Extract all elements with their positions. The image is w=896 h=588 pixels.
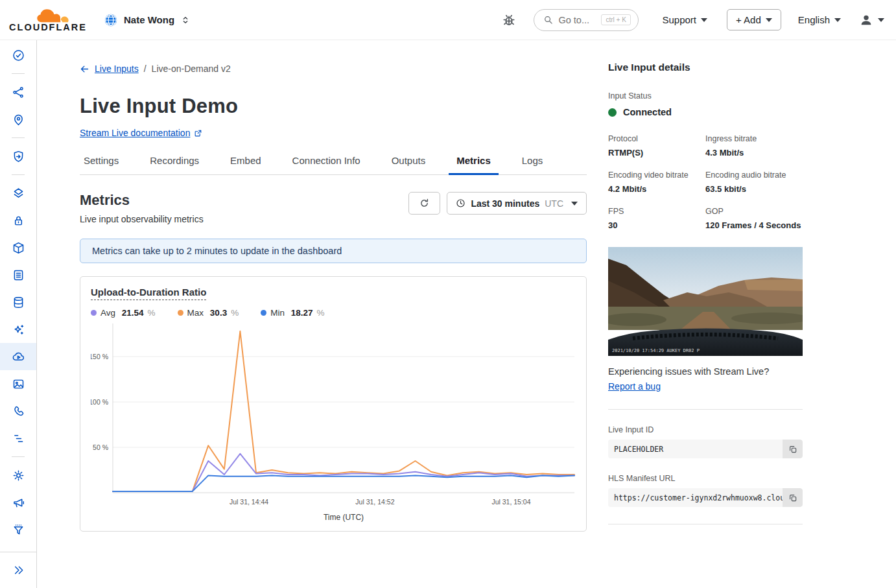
sidebar-item-share-nodes[interactable] [0,78,36,106]
funnel-icon [12,523,25,537]
phone-icon [12,405,25,418]
legend-item-max: Max 30.3% [178,308,239,318]
chevrons-right-icon [12,563,25,577]
info-banner-text: Metrics can take up to 2 minutes to upda… [92,246,342,256]
svg-text:150 %: 150 % [91,353,108,360]
megaphone-icon [12,496,25,510]
time-range-dropdown[interactable]: Last 30 minutes UTC [447,192,587,215]
refresh-icon [419,198,430,209]
sidebar-divider [0,170,36,180]
search-icon [543,15,553,25]
bug-report-icon[interactable] [501,12,517,28]
breadcrumb: Live Inputs / Live-on-Demand v2 [80,64,587,74]
layers-bolt-icon [12,187,25,200]
refresh-button[interactable] [408,192,440,215]
box-icon [12,241,25,255]
panel-divider [608,524,803,524]
copy-hls-url-button[interactable] [783,488,803,507]
legend-item-min: Min 18.27% [261,308,324,318]
copy-live-input-id-button[interactable] [783,440,803,458]
sidebar-rail-items [0,40,36,552]
video-timestamp-overlay: 2021/10/20 17:54:29 AUKEY DR02 P [612,348,700,353]
sidebar-item-gear[interactable] [0,462,36,489]
search-input[interactable] [558,15,596,25]
svg-text:50 %: 50 % [93,443,108,451]
account-switcher[interactable]: Nate Wong [104,13,191,27]
copy-icon [788,493,797,502]
tab-settings[interactable]: Settings [80,155,123,174]
sidebar-item-shield-arrow[interactable] [0,143,36,170]
breadcrumb-separator: / [144,64,147,74]
issues-text: Experiencing issues with Stream Live? [608,366,803,377]
expand-sidebar-button[interactable] [0,552,36,588]
chart-legend: Avg 21.54%Max 30.3%Min 18.27% [91,308,576,318]
tabs: SettingsRecordingsEmbedConnection InfoOu… [80,155,587,175]
upload-duration-chart: 50 %100 %150 %Jul 31, 14:44Jul 31, 14:52… [91,322,576,524]
sidebar-item-megaphone[interactable] [0,489,36,516]
person-icon [859,13,873,27]
sidebar-item-image[interactable] [0,370,36,397]
legend-item-avg: Avg 21.54% [91,308,156,318]
caret-down-icon [878,18,884,22]
shield-arrow-icon [12,150,25,163]
tab-logs[interactable]: Logs [518,155,547,174]
top-bar: CLOUDFLARE Nate Wong ctrl + K Suppo [0,0,896,40]
sidebar-item-layers-bolt[interactable] [0,180,36,207]
sidebar-item-pipeline[interactable] [0,425,36,452]
report-bug-link[interactable]: Report a bug [608,381,661,392]
global-search[interactable]: ctrl + K [534,9,639,31]
status-dot [608,108,617,117]
support-label: Support [662,14,696,25]
stream-docs-link[interactable]: Stream Live documentation [80,128,190,138]
tab-outputs[interactable]: Outputs [388,155,430,174]
breadcrumb-back-link[interactable]: Live Inputs [95,64,139,74]
user-menu[interactable] [859,13,884,27]
account-name: Nate Wong [124,14,174,25]
cloudflare-logo[interactable]: CLOUDFLARE [12,8,84,32]
detail-protocol: ProtocolRTMP(S) [608,134,705,158]
metrics-section-header: Metrics Live input observability metrics… [80,192,587,224]
globe-icon [104,13,118,27]
gear-icon [12,469,25,482]
details-grid: ProtocolRTMP(S)Ingress bitrate4.3 Mbit/s… [608,134,803,230]
svg-text:Time (UTC): Time (UTC) [324,513,364,522]
chart-card: Upload-to-Duration Ratio Avg 21.54%Max 3… [80,276,587,532]
tab-recordings[interactable]: Recordings [146,155,203,174]
live-input-details-panel: Live Input details Input Status Connecte… [608,40,803,524]
detail-encoding-audio-bitrate: Encoding audio bitrate63.5 kbit/s [705,171,803,194]
cloud-play-icon [12,350,25,364]
status-badge: Connected [623,107,672,117]
sidebar-item-clock-check[interactable] [0,41,36,69]
svg-text:Jul 31, 15:04: Jul 31, 15:04 [491,498,530,506]
detail-fps: FPS30 [608,207,705,230]
timezone-label: UTC [545,198,563,209]
tab-connection-info[interactable]: Connection Info [289,155,364,174]
sidebar-item-box[interactable] [0,234,36,261]
breadcrumb-current: Live-on-Demand v2 [152,64,231,74]
sidebar-item-map-pin[interactable] [0,106,36,133]
support-menu[interactable]: Support [662,14,707,25]
cloudflare-wordmark: CLOUDFLARE [9,22,87,32]
detail-encoding-video-bitrate: Encoding video bitrate4.2 Mbit/s [608,171,705,194]
sidebar-item-phone[interactable] [0,397,36,425]
copy-icon [788,445,797,454]
sidebar-item-db-list[interactable] [0,261,36,288]
sidebar-rail [0,40,37,588]
live-video-preview: 2021/10/20 17:54:29 AUKEY DR02 P [608,247,803,356]
documentation-link-row: Stream Live documentation [80,128,587,138]
sidebar-item-lock[interactable] [0,207,36,234]
language-menu[interactable]: English [798,14,841,25]
pipeline-icon [12,432,25,445]
tab-metrics[interactable]: Metrics [453,155,495,174]
hls-manifest-url-label: HLS Manifest URL [608,474,803,483]
sidebar-item-cloud-play[interactable] [0,343,36,370]
sidebar-item-sparkles[interactable] [0,316,36,343]
sidebar-item-funnel[interactable] [0,516,36,543]
metrics-heading: Metrics [80,192,204,209]
panel-divider [608,409,803,410]
sidebar-item-db-stack[interactable] [0,288,36,316]
image-icon [12,377,25,391]
add-button[interactable]: + Add [727,9,781,30]
tab-embed[interactable]: Embed [226,155,265,174]
svg-text:100 %: 100 % [91,398,108,406]
